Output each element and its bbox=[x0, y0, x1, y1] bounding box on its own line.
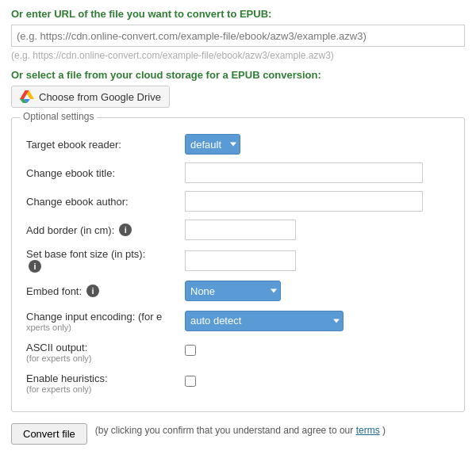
encoding-row: Change input encoding: (for e xperts onl… bbox=[23, 307, 453, 334]
url-section-label: Or enter URL of the file you want to con… bbox=[11, 8, 465, 20]
bottom-bar: Convert file (by clicking you confirm th… bbox=[11, 423, 465, 445]
change-title-value-cell bbox=[182, 161, 453, 185]
embed-font-info-icon[interactable]: i bbox=[86, 285, 99, 297]
gdrive-icon bbox=[20, 90, 34, 103]
font-size-info-icon[interactable]: i bbox=[29, 260, 41, 273]
add-border-input[interactable] bbox=[185, 220, 296, 240]
heuristics-value-cell bbox=[182, 369, 453, 395]
font-size-label: Set base font size (in pts): bbox=[26, 248, 178, 260]
add-border-row: Add border (in cm): i bbox=[23, 218, 453, 242]
cloud-section-label: Or select a file from your cloud storage… bbox=[11, 69, 465, 81]
gdrive-button[interactable]: Choose from Google Drive bbox=[11, 86, 170, 108]
heuristics-row: Enable heuristics: (for experts only) bbox=[23, 369, 453, 395]
font-size-row: Set base font size (in pts): i bbox=[23, 246, 453, 274]
target-reader-row: Target ebook reader: default kindle nook… bbox=[23, 132, 453, 156]
embed-font-value-cell: None Liberation Serif Liberation Sans Ge… bbox=[182, 279, 453, 303]
gdrive-button-label: Choose from Google Drive bbox=[39, 91, 161, 103]
embed-font-select[interactable]: None Liberation Serif Liberation Sans Ge… bbox=[185, 281, 281, 301]
add-border-label-cell: Add border (in cm): i bbox=[23, 218, 182, 242]
url-placeholder: (e.g. https://cdn.online-convert.com/exa… bbox=[11, 50, 465, 61]
add-border-label: Add border (in cm): bbox=[26, 224, 114, 236]
embed-font-label-cell: Embed font: i bbox=[23, 279, 182, 303]
font-size-value-cell bbox=[182, 246, 453, 274]
change-author-input[interactable] bbox=[185, 191, 423, 212]
add-border-info-icon[interactable]: i bbox=[119, 223, 132, 236]
agreement-end: ) bbox=[382, 425, 386, 436]
font-size-input[interactable] bbox=[185, 250, 296, 271]
terms-link[interactable]: terms bbox=[356, 425, 380, 436]
agreement-text: (by clicking you confirm that you unders… bbox=[95, 423, 386, 437]
ascii-experts-note: (for experts only) bbox=[26, 353, 178, 363]
ascii-label: ASCII output: bbox=[26, 342, 87, 353]
heuristics-checkbox[interactable] bbox=[185, 376, 196, 387]
heuristics-label-cell: Enable heuristics: (for experts only) bbox=[23, 369, 182, 395]
change-title-row: Change ebook title: bbox=[23, 161, 453, 185]
add-border-value-cell bbox=[182, 218, 453, 242]
heuristics-experts-note: (for experts only) bbox=[26, 384, 178, 394]
embed-font-label: Embed font: bbox=[26, 285, 82, 297]
encoding-label: Change input encoding: bbox=[26, 311, 135, 323]
encoding-select[interactable]: auto detect UTF-8 UTF-16 Latin-1 ASCII bbox=[185, 311, 344, 331]
target-reader-label: Target ebook reader: bbox=[23, 132, 182, 156]
ascii-row: ASCII output: (for experts only) bbox=[23, 338, 453, 365]
optional-settings-legend: Optional settings bbox=[20, 111, 97, 122]
encoding-value-cell: auto detect UTF-8 UTF-16 Latin-1 ASCII bbox=[182, 307, 453, 334]
ascii-checkbox[interactable] bbox=[185, 345, 196, 356]
change-title-label: Change ebook title: bbox=[23, 161, 182, 185]
embed-font-row: Embed font: i None Liberation Serif Libe… bbox=[23, 279, 453, 303]
target-reader-select[interactable]: default kindle nook kobo ipad bbox=[185, 134, 240, 155]
url-input[interactable] bbox=[11, 25, 465, 47]
change-author-row: Change ebook author: bbox=[23, 189, 453, 213]
font-size-label-cell: Set base font size (in pts): i bbox=[23, 246, 182, 274]
change-title-input[interactable] bbox=[185, 162, 423, 183]
target-reader-value-cell: default kindle nook kobo ipad bbox=[182, 132, 453, 156]
convert-button[interactable]: Convert file bbox=[11, 423, 87, 445]
change-author-label: Change ebook author: bbox=[23, 189, 182, 213]
settings-table: Target ebook reader: default kindle nook… bbox=[23, 128, 453, 400]
ascii-value-cell bbox=[182, 338, 453, 365]
ascii-label-cell: ASCII output: (for experts only) bbox=[23, 338, 182, 365]
optional-settings-panel: Optional settings Target ebook reader: d… bbox=[11, 117, 465, 412]
change-author-value-cell bbox=[182, 189, 453, 213]
encoding-label-cell: Change input encoding: (for e xperts onl… bbox=[23, 307, 182, 334]
heuristics-label: Enable heuristics: bbox=[26, 372, 108, 384]
agreement-prefix: (by clicking you confirm that you unders… bbox=[95, 425, 354, 436]
